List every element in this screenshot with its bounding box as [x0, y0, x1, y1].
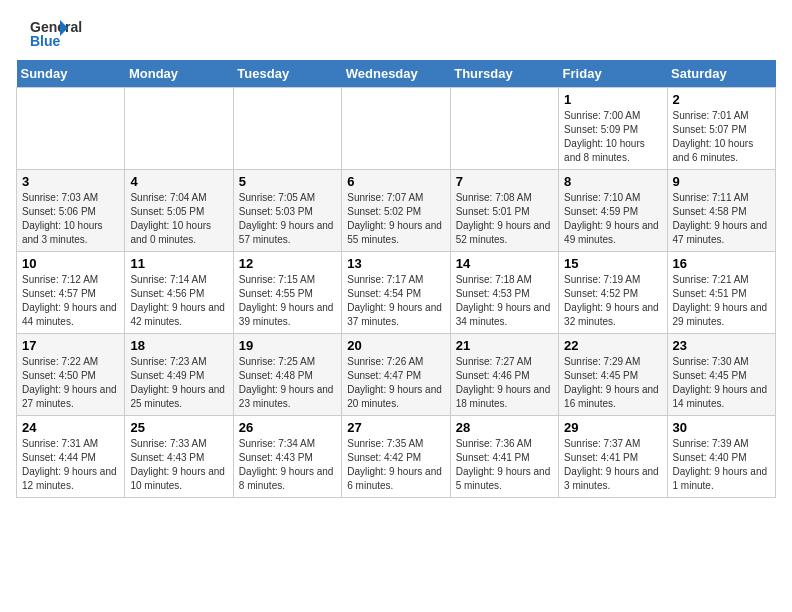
day-number: 10 — [22, 256, 119, 271]
day-info: Sunrise: 7:23 AM Sunset: 4:49 PM Dayligh… — [130, 355, 227, 411]
calendar-cell: 27Sunrise: 7:35 AM Sunset: 4:42 PM Dayli… — [342, 416, 450, 498]
calendar-cell — [342, 88, 450, 170]
logo-icon: GeneralBlue — [16, 16, 86, 52]
day-number: 16 — [673, 256, 770, 271]
day-number: 14 — [456, 256, 553, 271]
day-number: 25 — [130, 420, 227, 435]
calendar-week-row: 3Sunrise: 7:03 AM Sunset: 5:06 PM Daylig… — [17, 170, 776, 252]
day-number: 28 — [456, 420, 553, 435]
day-info: Sunrise: 7:33 AM Sunset: 4:43 PM Dayligh… — [130, 437, 227, 493]
day-number: 26 — [239, 420, 336, 435]
day-number: 21 — [456, 338, 553, 353]
day-number: 7 — [456, 174, 553, 189]
day-info: Sunrise: 7:12 AM Sunset: 4:57 PM Dayligh… — [22, 273, 119, 329]
weekday-header: Monday — [125, 60, 233, 88]
day-number: 19 — [239, 338, 336, 353]
day-info: Sunrise: 7:05 AM Sunset: 5:03 PM Dayligh… — [239, 191, 336, 247]
day-info: Sunrise: 7:04 AM Sunset: 5:05 PM Dayligh… — [130, 191, 227, 247]
calendar-cell: 23Sunrise: 7:30 AM Sunset: 4:45 PM Dayli… — [667, 334, 775, 416]
calendar-cell: 11Sunrise: 7:14 AM Sunset: 4:56 PM Dayli… — [125, 252, 233, 334]
day-number: 17 — [22, 338, 119, 353]
day-info: Sunrise: 7:14 AM Sunset: 4:56 PM Dayligh… — [130, 273, 227, 329]
day-info: Sunrise: 7:03 AM Sunset: 5:06 PM Dayligh… — [22, 191, 119, 247]
calendar-cell: 18Sunrise: 7:23 AM Sunset: 4:49 PM Dayli… — [125, 334, 233, 416]
calendar-cell — [233, 88, 341, 170]
day-info: Sunrise: 7:37 AM Sunset: 4:41 PM Dayligh… — [564, 437, 661, 493]
calendar-cell: 8Sunrise: 7:10 AM Sunset: 4:59 PM Daylig… — [559, 170, 667, 252]
calendar-cell: 26Sunrise: 7:34 AM Sunset: 4:43 PM Dayli… — [233, 416, 341, 498]
day-info: Sunrise: 7:01 AM Sunset: 5:07 PM Dayligh… — [673, 109, 770, 165]
calendar-cell: 17Sunrise: 7:22 AM Sunset: 4:50 PM Dayli… — [17, 334, 125, 416]
calendar-cell: 9Sunrise: 7:11 AM Sunset: 4:58 PM Daylig… — [667, 170, 775, 252]
calendar-week-row: 24Sunrise: 7:31 AM Sunset: 4:44 PM Dayli… — [17, 416, 776, 498]
calendar-cell: 6Sunrise: 7:07 AM Sunset: 5:02 PM Daylig… — [342, 170, 450, 252]
day-number: 9 — [673, 174, 770, 189]
weekday-header: Thursday — [450, 60, 558, 88]
day-number: 22 — [564, 338, 661, 353]
svg-text:Blue: Blue — [30, 33, 61, 49]
calendar-header: SundayMondayTuesdayWednesdayThursdayFrid… — [17, 60, 776, 88]
calendar-cell: 22Sunrise: 7:29 AM Sunset: 4:45 PM Dayli… — [559, 334, 667, 416]
weekday-header: Saturday — [667, 60, 775, 88]
calendar-cell: 7Sunrise: 7:08 AM Sunset: 5:01 PM Daylig… — [450, 170, 558, 252]
calendar-cell: 30Sunrise: 7:39 AM Sunset: 4:40 PM Dayli… — [667, 416, 775, 498]
day-info: Sunrise: 7:31 AM Sunset: 4:44 PM Dayligh… — [22, 437, 119, 493]
day-number: 23 — [673, 338, 770, 353]
calendar-cell: 28Sunrise: 7:36 AM Sunset: 4:41 PM Dayli… — [450, 416, 558, 498]
day-info: Sunrise: 7:29 AM Sunset: 4:45 PM Dayligh… — [564, 355, 661, 411]
day-number: 15 — [564, 256, 661, 271]
day-number: 12 — [239, 256, 336, 271]
day-number: 1 — [564, 92, 661, 107]
calendar-cell: 21Sunrise: 7:27 AM Sunset: 4:46 PM Dayli… — [450, 334, 558, 416]
calendar-cell: 14Sunrise: 7:18 AM Sunset: 4:53 PM Dayli… — [450, 252, 558, 334]
header: GeneralBlue — [16, 16, 776, 52]
calendar-table: SundayMondayTuesdayWednesdayThursdayFrid… — [16, 60, 776, 498]
day-number: 11 — [130, 256, 227, 271]
weekday-header: Tuesday — [233, 60, 341, 88]
day-number: 30 — [673, 420, 770, 435]
day-info: Sunrise: 7:27 AM Sunset: 4:46 PM Dayligh… — [456, 355, 553, 411]
day-info: Sunrise: 7:15 AM Sunset: 4:55 PM Dayligh… — [239, 273, 336, 329]
day-info: Sunrise: 7:25 AM Sunset: 4:48 PM Dayligh… — [239, 355, 336, 411]
day-info: Sunrise: 7:34 AM Sunset: 4:43 PM Dayligh… — [239, 437, 336, 493]
day-number: 4 — [130, 174, 227, 189]
day-number: 13 — [347, 256, 444, 271]
day-info: Sunrise: 7:26 AM Sunset: 4:47 PM Dayligh… — [347, 355, 444, 411]
calendar-week-row: 10Sunrise: 7:12 AM Sunset: 4:57 PM Dayli… — [17, 252, 776, 334]
day-info: Sunrise: 7:11 AM Sunset: 4:58 PM Dayligh… — [673, 191, 770, 247]
calendar-cell: 3Sunrise: 7:03 AM Sunset: 5:06 PM Daylig… — [17, 170, 125, 252]
day-info: Sunrise: 7:07 AM Sunset: 5:02 PM Dayligh… — [347, 191, 444, 247]
calendar-cell — [125, 88, 233, 170]
weekday-header: Friday — [559, 60, 667, 88]
calendar-cell: 5Sunrise: 7:05 AM Sunset: 5:03 PM Daylig… — [233, 170, 341, 252]
day-info: Sunrise: 7:30 AM Sunset: 4:45 PM Dayligh… — [673, 355, 770, 411]
day-info: Sunrise: 7:35 AM Sunset: 4:42 PM Dayligh… — [347, 437, 444, 493]
day-info: Sunrise: 7:08 AM Sunset: 5:01 PM Dayligh… — [456, 191, 553, 247]
logo: GeneralBlue — [16, 16, 86, 52]
calendar-cell: 16Sunrise: 7:21 AM Sunset: 4:51 PM Dayli… — [667, 252, 775, 334]
calendar-week-row: 1Sunrise: 7:00 AM Sunset: 5:09 PM Daylig… — [17, 88, 776, 170]
header-row: SundayMondayTuesdayWednesdayThursdayFrid… — [17, 60, 776, 88]
day-info: Sunrise: 7:17 AM Sunset: 4:54 PM Dayligh… — [347, 273, 444, 329]
day-number: 3 — [22, 174, 119, 189]
calendar-cell: 1Sunrise: 7:00 AM Sunset: 5:09 PM Daylig… — [559, 88, 667, 170]
calendar-cell: 2Sunrise: 7:01 AM Sunset: 5:07 PM Daylig… — [667, 88, 775, 170]
calendar-cell: 24Sunrise: 7:31 AM Sunset: 4:44 PM Dayli… — [17, 416, 125, 498]
calendar-cell: 29Sunrise: 7:37 AM Sunset: 4:41 PM Dayli… — [559, 416, 667, 498]
day-info: Sunrise: 7:21 AM Sunset: 4:51 PM Dayligh… — [673, 273, 770, 329]
day-number: 18 — [130, 338, 227, 353]
day-number: 8 — [564, 174, 661, 189]
day-number: 6 — [347, 174, 444, 189]
day-number: 20 — [347, 338, 444, 353]
day-info: Sunrise: 7:39 AM Sunset: 4:40 PM Dayligh… — [673, 437, 770, 493]
calendar-cell: 15Sunrise: 7:19 AM Sunset: 4:52 PM Dayli… — [559, 252, 667, 334]
calendar-cell: 25Sunrise: 7:33 AM Sunset: 4:43 PM Dayli… — [125, 416, 233, 498]
calendar-week-row: 17Sunrise: 7:22 AM Sunset: 4:50 PM Dayli… — [17, 334, 776, 416]
calendar-cell: 19Sunrise: 7:25 AM Sunset: 4:48 PM Dayli… — [233, 334, 341, 416]
calendar-cell: 12Sunrise: 7:15 AM Sunset: 4:55 PM Dayli… — [233, 252, 341, 334]
calendar-cell — [450, 88, 558, 170]
day-number: 5 — [239, 174, 336, 189]
calendar-cell: 4Sunrise: 7:04 AM Sunset: 5:05 PM Daylig… — [125, 170, 233, 252]
calendar-body: 1Sunrise: 7:00 AM Sunset: 5:09 PM Daylig… — [17, 88, 776, 498]
day-info: Sunrise: 7:10 AM Sunset: 4:59 PM Dayligh… — [564, 191, 661, 247]
